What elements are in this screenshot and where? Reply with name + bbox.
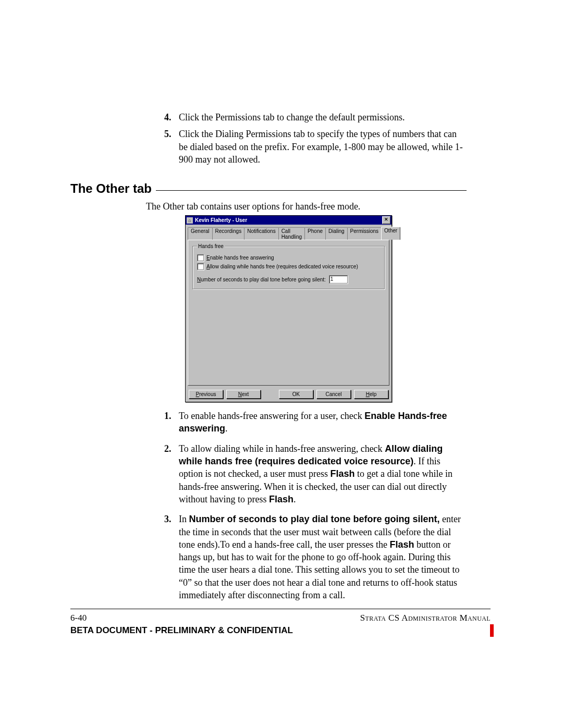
after-step-1: To enable hands-free answering for a use… bbox=[164, 410, 467, 435]
tab-call-handling[interactable]: Call Handling bbox=[278, 227, 305, 240]
after-step-2: To allow dialing while in hands-free ans… bbox=[164, 442, 467, 505]
revision-bar bbox=[490, 624, 494, 637]
tab-other[interactable]: Other bbox=[381, 227, 400, 240]
step-list-before: Click the Permissions tab to change the … bbox=[164, 111, 467, 166]
seconds-row: Number of seconds to play dial tone befo… bbox=[197, 275, 380, 283]
step-5: Click the Dialing Permissions tab to spe… bbox=[164, 128, 467, 166]
tab-notifications[interactable]: Notifications bbox=[244, 227, 278, 240]
confidential-notice: BETA DOCUMENT - PRELIMINARY & CONFIDENTI… bbox=[70, 625, 293, 636]
tab-phone[interactable]: Phone bbox=[304, 227, 326, 240]
tab-bar: General Recordings Notifications Call Ha… bbox=[186, 225, 391, 240]
cancel-button[interactable]: Cancel bbox=[316, 390, 351, 399]
seconds-input[interactable]: 1 bbox=[329, 275, 348, 283]
intro-text: The Other tab contains user options for … bbox=[146, 201, 467, 212]
heading-rule bbox=[156, 190, 467, 191]
page-number: 6-40 bbox=[70, 613, 87, 623]
user-dialog: ⌂ Kevin Flaherty - User ✕ General Record… bbox=[185, 215, 392, 402]
previous-button[interactable]: Previous bbox=[189, 390, 223, 399]
section-heading-text: The Other tab bbox=[70, 181, 152, 196]
step-4-text: Click the Permissions tab to change the … bbox=[179, 112, 405, 122]
app-icon: ⌂ bbox=[187, 217, 193, 224]
enable-hands-free-row: Enable hands free answering bbox=[197, 254, 380, 261]
dialog-titlebar: ⌂ Kevin Flaherty - User ✕ bbox=[186, 216, 391, 225]
enable-hands-free-label: Enable hands free answering bbox=[206, 255, 274, 261]
tab-dialing[interactable]: Dialing bbox=[325, 227, 348, 240]
group-legend: Hands free bbox=[197, 243, 225, 249]
manual-name: Strata CS Administrator Manual bbox=[360, 613, 491, 623]
next-button[interactable]: Next bbox=[226, 390, 261, 399]
close-button[interactable]: ✕ bbox=[382, 216, 390, 224]
dialog-title: Kevin Flaherty - User bbox=[195, 217, 247, 223]
help-button[interactable]: Help bbox=[354, 390, 388, 399]
allow-dialing-label: Allow dialing while hands free (requires… bbox=[206, 264, 358, 269]
tab-permissions[interactable]: Permissions bbox=[347, 227, 382, 240]
after-step-3: In Number of seconds to play dial tone b… bbox=[164, 513, 467, 601]
section-heading: The Other tab bbox=[70, 181, 467, 196]
ok-button[interactable]: OK bbox=[279, 390, 313, 399]
step-5-text: Click the Dialing Permissions tab to spe… bbox=[179, 129, 463, 165]
enable-hands-free-checkbox[interactable] bbox=[197, 254, 204, 261]
footer: 6-40 Strata CS Administrator Manual bbox=[70, 613, 491, 623]
seconds-label: Number of seconds to play dial tone befo… bbox=[197, 277, 326, 282]
allow-dialing-row: Allow dialing while hands free (requires… bbox=[197, 263, 380, 270]
tab-content-other: Hands free Enable hands free answering A… bbox=[188, 240, 389, 386]
step-list-after: To enable hands-free answering for a use… bbox=[164, 410, 467, 601]
dialog-buttons: Previous Next OK Cancel Help bbox=[186, 388, 391, 402]
footer-rule bbox=[70, 609, 491, 609]
tab-recordings[interactable]: Recordings bbox=[212, 227, 245, 240]
tab-general[interactable]: General bbox=[188, 227, 213, 240]
allow-dialing-checkbox[interactable] bbox=[197, 263, 204, 270]
step-4: Click the Permissions tab to change the … bbox=[164, 111, 467, 124]
hands-free-group: Hands free Enable hands free answering A… bbox=[192, 243, 385, 289]
